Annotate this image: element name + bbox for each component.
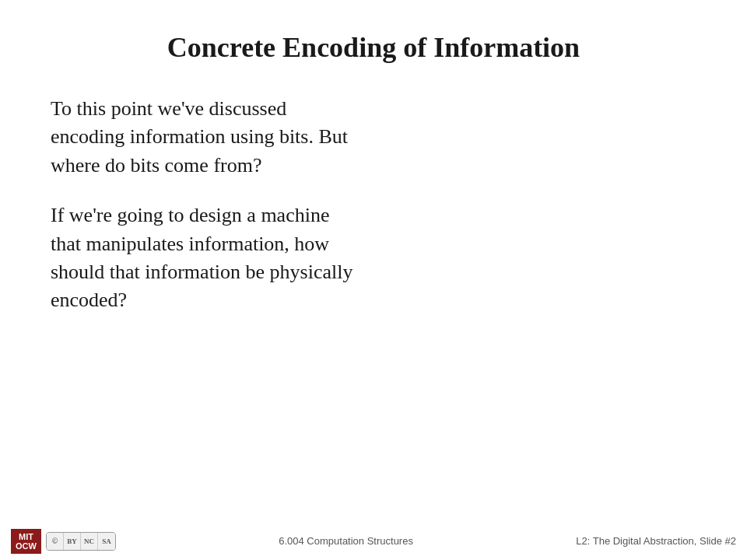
nc-icon: NC xyxy=(81,533,98,550)
footer-left: MITOCW © BY NC SA xyxy=(11,529,116,554)
slide-title: Concrete Encoding of Information xyxy=(0,0,747,79)
paragraph-2: If we're going to design a machine that … xyxy=(51,201,362,315)
by-icon: BY xyxy=(64,533,81,550)
cc-badges: © BY NC SA xyxy=(46,532,116,551)
slide-footer: MITOCW © BY NC SA 6.004 Computation Stru… xyxy=(0,523,747,560)
slide-container: Concrete Encoding of Information To this… xyxy=(0,0,747,560)
cc-icon: © xyxy=(47,533,64,550)
sa-icon: SA xyxy=(98,533,115,550)
mit-badge: MITOCW xyxy=(11,529,41,554)
paragraph-1: To this point we've discussed encoding i… xyxy=(51,95,362,180)
footer-course: 6.004 Computation Structures xyxy=(279,535,413,547)
footer-slide-info: L2: The Digital Abstraction, Slide #2 xyxy=(576,535,736,547)
slide-content: To this point we've discussed encoding i… xyxy=(0,79,747,560)
